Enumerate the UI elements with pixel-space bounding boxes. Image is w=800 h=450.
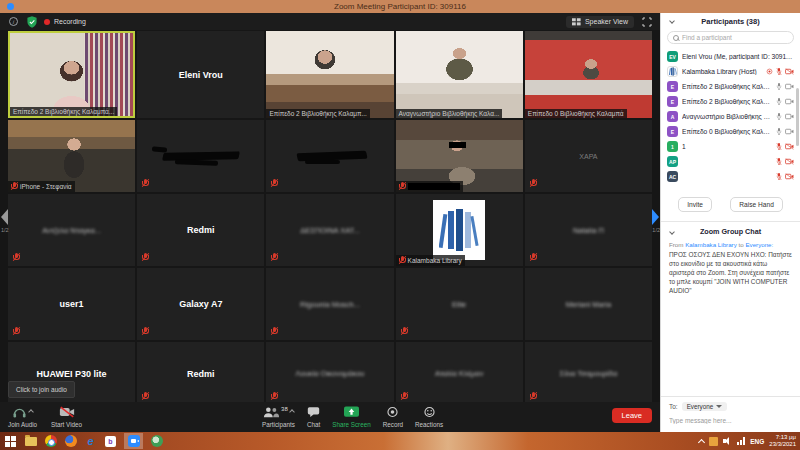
- raise-hand-button[interactable]: Raise Hand: [730, 197, 782, 212]
- video-tile[interactable]: user1: [8, 268, 135, 340]
- muted-mic-icon: [142, 327, 149, 336]
- headphones-icon: [12, 406, 27, 418]
- file-explorer-icon[interactable]: [24, 435, 37, 448]
- avatar: E: [667, 81, 678, 92]
- participant-row[interactable]: E Επίπεδο 2 Βιβλιοθήκης Καλαμπ...: [667, 94, 794, 109]
- avatar: 1: [667, 141, 678, 152]
- censored-name: [175, 159, 218, 166]
- participant-row[interactable]: AC: [667, 169, 794, 184]
- video-tile[interactable]: Eleni Vrou: [137, 31, 264, 118]
- language-indicator[interactable]: ENG: [750, 438, 764, 445]
- video-off-icon: [785, 68, 794, 75]
- participant-row[interactable]: AP: [667, 154, 794, 169]
- participant-row[interactable]: E Επίπεδο 2 Βιβλιοθήκης Καλαμπ...: [667, 79, 794, 94]
- start-button[interactable]: [4, 435, 17, 448]
- video-tile[interactable]: iPhone - Στεφανία: [8, 120, 135, 192]
- participants-button[interactable]: 38 Participants: [262, 402, 295, 432]
- join-audio-tooltip: Click to join audio: [8, 381, 75, 398]
- video-off-icon: [785, 173, 794, 180]
- participant-name-center: ΧΑΡΑ: [525, 120, 652, 192]
- mic-icon: [776, 97, 782, 106]
- invite-button[interactable]: Invite: [678, 197, 712, 212]
- video-tile[interactable]: Ellie: [396, 268, 523, 340]
- video-tile[interactable]: Kalambaka Library: [396, 194, 523, 266]
- chat-button[interactable]: Chat: [307, 402, 320, 432]
- video-tile[interactable]: ΔΕΣΠΟΙΝΑ ΧΑΤ...: [266, 194, 393, 266]
- chat-message-input[interactable]: [669, 417, 792, 424]
- video-tile[interactable]: Redmi: [137, 342, 264, 405]
- video-tile[interactable]: Λουκία Οικονομάκου: [266, 342, 393, 405]
- participant-row[interactable]: E Επίπεδο 0 Βιβλιοθήκης Καλαμπ...: [667, 124, 794, 139]
- participant-row[interactable]: 1 1: [667, 139, 794, 154]
- scrollbar[interactable]: [796, 88, 799, 146]
- shield-icon[interactable]: [26, 16, 37, 27]
- tray-app-icon[interactable]: [709, 437, 718, 446]
- volume-icon[interactable]: [723, 437, 732, 445]
- info-icon[interactable]: i: [8, 16, 19, 27]
- speaker-view-button[interactable]: Speaker View: [566, 16, 634, 28]
- participant-row[interactable]: Kalambaka Library (Host): [667, 64, 794, 79]
- share-screen-icon: [344, 406, 359, 418]
- chat-compose-area: To: Everyone: [661, 396, 800, 432]
- participant-name-label: Αναγνωστήριο Βιβλιοθήκης Καλα...: [399, 110, 500, 117]
- video-tile[interactable]: Αταλία Κλέμαν: [396, 342, 523, 405]
- video-tile[interactable]: Σίλια Τσαμουρίδα: [525, 342, 652, 405]
- fullscreen-icon[interactable]: [642, 13, 652, 31]
- recipient-dropdown[interactable]: Everyone: [682, 402, 728, 411]
- participant-search[interactable]: [667, 31, 794, 44]
- zoom-taskbar-icon[interactable]: [124, 433, 143, 449]
- globe-app-icon[interactable]: [150, 435, 163, 448]
- participant-row[interactable]: EV Eleni Vrou (Me, participant ID: 30911…: [667, 49, 794, 64]
- leave-button[interactable]: Leave: [612, 408, 652, 423]
- chevron-down-icon[interactable]: [669, 229, 675, 235]
- share-screen-button[interactable]: Share Screen: [332, 402, 371, 432]
- chevron-up-icon[interactable]: [289, 409, 295, 415]
- video-tile[interactable]: Επίπεδο 2 Βιβλιοθήκης Καλαμπά...: [8, 31, 135, 118]
- tray-expand-icon[interactable]: [698, 438, 705, 445]
- video-tile[interactable]: [396, 120, 523, 192]
- video-tile[interactable]: Αναγνωστήριο Βιβλιοθήκης Καλα...: [396, 31, 523, 118]
- video-tile[interactable]: Meriani Maria: [525, 268, 652, 340]
- video-tile[interactable]: Αντζελα Νταγκα...: [8, 194, 135, 266]
- video-tile[interactable]: ΧΑΡΑ: [525, 120, 652, 192]
- mic-muted-icon: [776, 142, 782, 151]
- search-input[interactable]: [682, 34, 788, 41]
- muted-mic-icon: [142, 179, 149, 188]
- firefox-icon[interactable]: [64, 435, 77, 448]
- video-tile[interactable]: Galaxy A7: [137, 268, 264, 340]
- video-tile[interactable]: [266, 120, 393, 192]
- taskbar-clock[interactable]: 7:13 μμ 23/3/2021: [769, 434, 796, 449]
- video-tile[interactable]: [137, 120, 264, 192]
- record-button[interactable]: Record: [383, 402, 403, 432]
- next-page-arrow[interactable]: 1/2: [652, 209, 660, 233]
- avatar: A: [667, 111, 678, 122]
- caret-down-icon: [716, 405, 722, 408]
- internet-explorer-icon[interactable]: e: [84, 435, 97, 448]
- video-tile[interactable]: Redmi: [137, 194, 264, 266]
- chrome-icon[interactable]: [44, 435, 57, 448]
- video-tile[interactable]: Επίπεδο 2 Βιβλιοθήκης Καλαμπ...: [266, 31, 393, 118]
- participant-name-label: iPhone - Στεφανία: [20, 183, 72, 190]
- previous-page-arrow[interactable]: 1/2: [1, 209, 9, 233]
- participant-row[interactable]: A Αναγνωστήριο Βιβλιοθήκης Καλ...: [667, 109, 794, 124]
- join-audio-button[interactable]: Join Audio: [8, 402, 37, 432]
- chat-recipient-link[interactable]: Everyone:: [745, 241, 773, 248]
- mic-icon: [776, 127, 782, 136]
- censored-name: [408, 183, 460, 190]
- muted-mic-icon: [271, 327, 278, 336]
- muted-mic-icon: [530, 392, 537, 401]
- library-app-icon[interactable]: b: [104, 435, 117, 448]
- network-icon[interactable]: [737, 437, 745, 445]
- video-tile[interactable]: Natalia Π: [525, 194, 652, 266]
- video-icon: [785, 98, 794, 105]
- chevron-up-icon[interactable]: [28, 409, 34, 415]
- video-tile[interactable]: Επίπεδο 0 Βιβλιοθήκης Καλαμπά: [525, 31, 652, 118]
- kalambaka-library-logo: [433, 200, 485, 260]
- reactions-button[interactable]: Reactions: [415, 402, 443, 432]
- page-indicator: 1/2: [1, 227, 9, 233]
- video-tile[interactable]: Rigounia Mosch...: [266, 268, 393, 340]
- start-video-button[interactable]: Start Video: [51, 402, 82, 432]
- chevron-down-icon[interactable]: [669, 18, 675, 24]
- divider: [661, 221, 800, 222]
- chat-sender-link[interactable]: Kalambaka Library: [685, 241, 737, 248]
